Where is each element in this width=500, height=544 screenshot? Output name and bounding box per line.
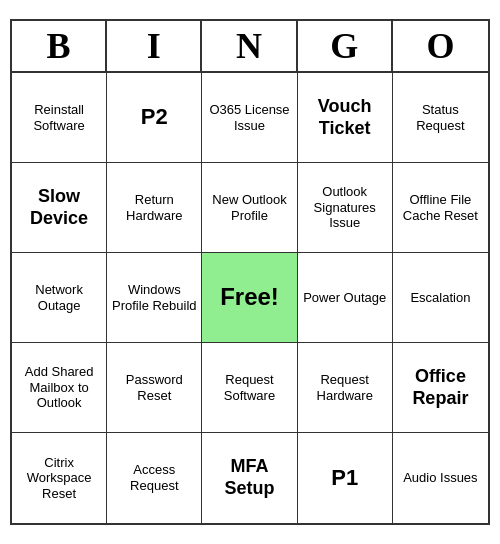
cell-label: P2 — [141, 104, 168, 130]
cell-label: New Outlook Profile — [206, 192, 292, 223]
bingo-cell[interactable]: Request Hardware — [298, 343, 393, 433]
bingo-cell[interactable]: Add Shared Mailbox to Outlook — [12, 343, 107, 433]
cell-label: Audio Issues — [403, 470, 477, 486]
cell-label: Request Hardware — [302, 372, 388, 403]
cell-label: Free! — [220, 283, 279, 312]
cell-label: Return Hardware — [111, 192, 197, 223]
cell-label: Request Software — [206, 372, 292, 403]
bingo-header: BINGO — [12, 21, 488, 73]
bingo-cell[interactable]: Outlook Signatures Issue — [298, 163, 393, 253]
bingo-cell[interactable]: Password Reset — [107, 343, 202, 433]
bingo-cell[interactable]: O365 License Issue — [202, 73, 297, 163]
bingo-cell[interactable]: Request Software — [202, 343, 297, 433]
cell-label: Vouch Ticket — [302, 96, 388, 139]
bingo-cell[interactable]: Windows Profile Rebuild — [107, 253, 202, 343]
cell-label: Status Request — [397, 102, 484, 133]
bingo-cell[interactable]: Access Request — [107, 433, 202, 523]
bingo-cell[interactable]: New Outlook Profile — [202, 163, 297, 253]
header-letter: O — [393, 21, 488, 71]
cell-label: Add Shared Mailbox to Outlook — [16, 364, 102, 411]
cell-label: Password Reset — [111, 372, 197, 403]
header-letter: N — [202, 21, 297, 71]
cell-label: Windows Profile Rebuild — [111, 282, 197, 313]
bingo-cell[interactable]: Return Hardware — [107, 163, 202, 253]
bingo-cell[interactable]: Network Outage — [12, 253, 107, 343]
cell-label: Office Repair — [397, 366, 484, 409]
cell-label: P1 — [331, 465, 358, 491]
bingo-cell[interactable]: Free! — [202, 253, 297, 343]
bingo-cell[interactable]: P2 — [107, 73, 202, 163]
header-letter: G — [298, 21, 393, 71]
cell-label: O365 License Issue — [206, 102, 292, 133]
bingo-cell[interactable]: Offline File Cache Reset — [393, 163, 488, 253]
bingo-cell[interactable]: Status Request — [393, 73, 488, 163]
bingo-grid: Reinstall SoftwareP2O365 License IssueVo… — [12, 73, 488, 523]
bingo-cell[interactable]: Escalation — [393, 253, 488, 343]
bingo-cell[interactable]: Office Repair — [393, 343, 488, 433]
bingo-cell[interactable]: Vouch Ticket — [298, 73, 393, 163]
cell-label: Reinstall Software — [16, 102, 102, 133]
cell-label: Citrix Workspace Reset — [16, 455, 102, 502]
cell-label: MFA Setup — [206, 456, 292, 499]
bingo-cell[interactable]: Audio Issues — [393, 433, 488, 523]
bingo-cell[interactable]: Reinstall Software — [12, 73, 107, 163]
cell-label: Outlook Signatures Issue — [302, 184, 388, 231]
bingo-cell[interactable]: Citrix Workspace Reset — [12, 433, 107, 523]
bingo-cell[interactable]: Slow Device — [12, 163, 107, 253]
cell-label: Offline File Cache Reset — [397, 192, 484, 223]
cell-label: Slow Device — [16, 186, 102, 229]
cell-label: Escalation — [410, 290, 470, 306]
bingo-cell[interactable]: Power Outage — [298, 253, 393, 343]
cell-label: Network Outage — [16, 282, 102, 313]
header-letter: B — [12, 21, 107, 71]
cell-label: Access Request — [111, 462, 197, 493]
bingo-cell[interactable]: MFA Setup — [202, 433, 297, 523]
bingo-card: BINGO Reinstall SoftwareP2O365 License I… — [10, 19, 490, 525]
header-letter: I — [107, 21, 202, 71]
bingo-cell[interactable]: P1 — [298, 433, 393, 523]
cell-label: Power Outage — [303, 290, 386, 306]
